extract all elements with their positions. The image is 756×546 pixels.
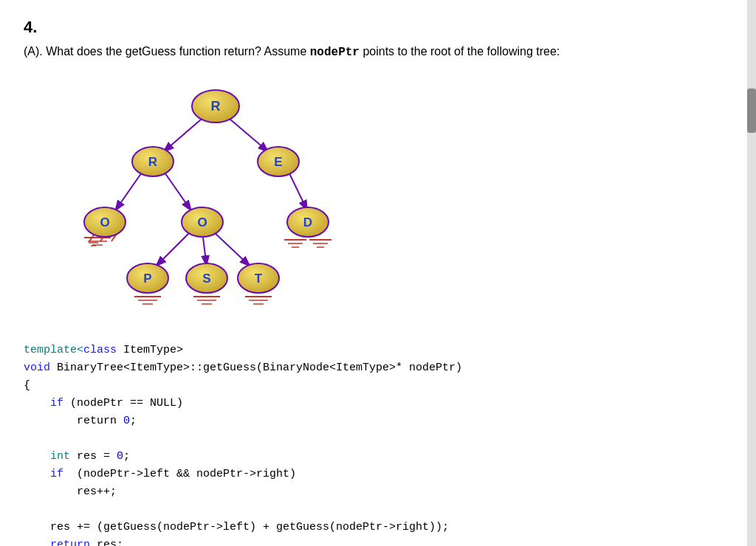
code-line-2: void BinaryTree<ItemType>::getGuess(Bina… xyxy=(24,359,732,377)
code-line-8: if (nodePtr->left && nodePtr->right) xyxy=(24,466,732,483)
svg-line-3 xyxy=(114,170,143,212)
code-line-5: return 0; xyxy=(24,412,732,430)
svg-text:R: R xyxy=(211,99,221,114)
code-line-9: res++; xyxy=(24,483,732,501)
scrollbar[interactable] xyxy=(747,0,756,546)
question-number: 4. xyxy=(24,18,732,37)
svg-text:E: E xyxy=(274,155,282,169)
svg-text:O: O xyxy=(100,215,109,229)
svg-line-2 xyxy=(225,115,269,153)
svg-line-6 xyxy=(155,231,191,267)
code-line-10 xyxy=(24,501,732,519)
svg-line-8 xyxy=(213,231,251,267)
scrollbar-thumb[interactable] xyxy=(747,89,756,133)
question-text: (A). What does the getGuess function ret… xyxy=(24,43,732,61)
svg-text:T: T xyxy=(255,272,263,286)
svg-line-1 xyxy=(162,115,206,153)
code-line-12: return res; xyxy=(24,536,732,546)
svg-text:D: D xyxy=(303,215,312,229)
code-block: template<class ItemType> void BinaryTree… xyxy=(24,342,732,546)
code-line-11: res += (getGuess(nodePtr->left) + getGue… xyxy=(24,519,732,536)
code-line-3: { xyxy=(24,377,732,395)
code-line-1: template<class ItemType> xyxy=(24,342,732,359)
svg-text:R: R xyxy=(148,155,157,169)
tree-container: R R E O O D P S T xyxy=(24,73,732,324)
svg-text:O: O xyxy=(197,215,207,229)
svg-text:S: S xyxy=(202,272,210,286)
code-line-4: if (nodePtr == NULL) xyxy=(24,395,732,412)
code-line-6 xyxy=(24,430,732,448)
code-line-7: int res = 0; xyxy=(24,448,732,466)
svg-line-5 xyxy=(288,170,308,212)
svg-line-4 xyxy=(163,170,192,212)
svg-text:P: P xyxy=(143,272,151,286)
